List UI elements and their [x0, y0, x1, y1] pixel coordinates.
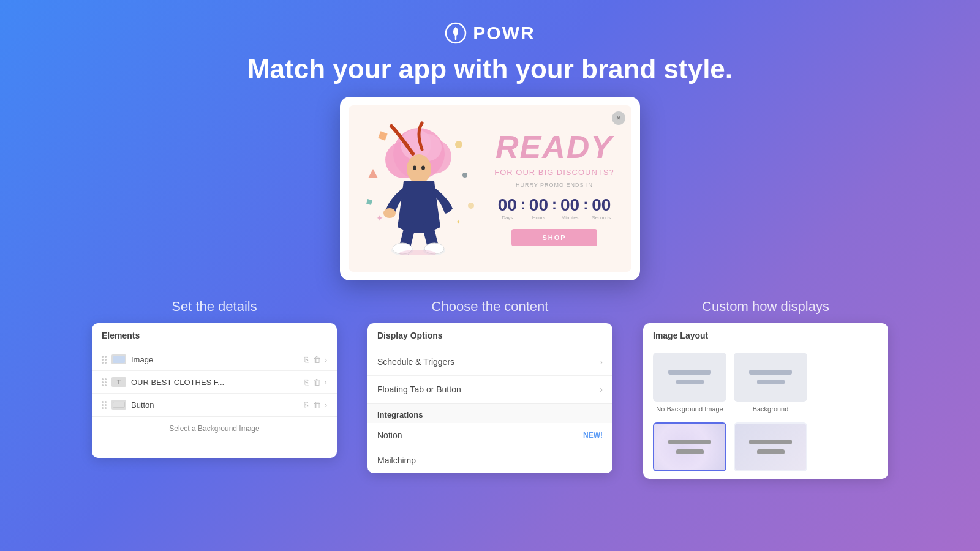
svg-text:✦: ✦ — [456, 219, 461, 225]
notion-badge: NEW! — [583, 431, 603, 440]
col-custom-display: Custom how displays Image Layout No Back… — [643, 299, 888, 479]
columns: Set the details Elements Image ⎘ 🗑 › — [92, 299, 888, 479]
layout-line5 — [668, 440, 711, 444]
svg-marker-4 — [368, 169, 378, 178]
preview-card: × — [340, 97, 640, 280]
mailchimp-label: Mailchimp — [377, 455, 416, 465]
button-icon — [111, 400, 126, 410]
chevron-icon-button[interactable]: › — [325, 400, 327, 410]
svg-rect-6 — [366, 199, 372, 205]
layout-line1 — [668, 370, 711, 375]
promo-illustration: ✦ ✦ — [361, 120, 483, 257]
promo-text-area: READY FOR OUR BIG DISCOUNTS? HURRY PROMO… — [489, 131, 619, 246]
shop-button[interactable]: SHOP — [511, 229, 597, 246]
svg-rect-2 — [378, 131, 387, 140]
count-seconds: 00 Seconds — [592, 195, 611, 220]
thumb3-lines — [749, 440, 792, 454]
delete-icon-button[interactable]: 🗑 — [313, 400, 321, 410]
layout-line4 — [757, 380, 785, 384]
svg-point-14 — [413, 166, 417, 170]
layout-thumb-alt[interactable] — [734, 422, 807, 471]
logo-row: POWR — [445, 22, 535, 44]
count-hours: 00 Hours — [529, 195, 548, 220]
svg-point-7 — [468, 203, 474, 209]
display-row-schedule[interactable]: Schedule & Triggers › — [368, 348, 612, 376]
preview-inner: × — [349, 105, 631, 272]
svg-point-3 — [455, 141, 462, 148]
layout-line7 — [749, 440, 792, 444]
layout-line2 — [676, 380, 704, 384]
no-bg-label: No Background Image — [656, 405, 723, 413]
integrations-header: Integrations — [368, 403, 612, 423]
elements-header: Elements — [92, 323, 337, 348]
drag-handle-text[interactable] — [102, 378, 107, 386]
drag-handle-button[interactable] — [102, 401, 107, 409]
integration-row-mailchimp[interactable]: Mailchimp — [368, 448, 612, 473]
svg-point-15 — [421, 166, 425, 170]
element-actions-button: ⎘ 🗑 › — [304, 400, 327, 410]
copy-icon-button[interactable]: ⎘ — [304, 400, 309, 410]
layout-option-bg[interactable]: Background — [734, 353, 807, 413]
powr-logo-icon — [445, 22, 467, 44]
svg-point-5 — [462, 173, 467, 178]
element-row-button[interactable]: Button ⎘ 🗑 › — [92, 394, 337, 416]
chevron-schedule[interactable]: › — [600, 357, 603, 367]
image-layout-header: Image Layout — [643, 323, 888, 348]
col-choose-content: Choose the content Display Options Sched… — [368, 299, 612, 479]
layout-thumb-selected[interactable] — [653, 422, 726, 471]
layout-line8 — [757, 449, 785, 454]
count-days: 00 Days — [498, 195, 517, 220]
display-row-floating[interactable]: Floating Tab or Button › — [368, 376, 612, 403]
chevron-icon-text[interactable]: › — [325, 378, 327, 387]
select-bg-text[interactable]: Select a Background Image — [92, 416, 337, 440]
text-icon: T — [111, 377, 126, 387]
schedule-triggers-label: Schedule & Triggers — [377, 357, 454, 367]
svg-point-16 — [383, 208, 396, 218]
bg-label: Background — [753, 405, 789, 413]
discount-text: FOR OUR BIG DISCOUNTS? — [494, 168, 614, 177]
chevron-icon-image[interactable]: › — [325, 355, 327, 364]
layout-option-no-bg[interactable]: No Background Image — [653, 353, 726, 413]
logo-text: POWR — [473, 23, 535, 43]
layout-thumb-no-bg[interactable] — [653, 353, 726, 402]
image-icon — [111, 354, 126, 364]
notion-label: Notion — [377, 430, 402, 440]
chevron-floating[interactable]: › — [600, 384, 603, 394]
thumb2-lines — [668, 440, 711, 454]
element-name-text: OUR BEST CLOTHES F... — [131, 378, 300, 387]
countdown: 00 Days : 00 Hours : 00 Minutes : 00 Sec… — [498, 195, 611, 220]
display-options-header: Display Options — [368, 323, 612, 348]
svg-text:✦: ✦ — [376, 213, 383, 223]
element-row-image[interactable]: Image ⎘ 🗑 › — [92, 348, 337, 371]
drag-handle-image[interactable] — [102, 356, 107, 364]
sep2: : — [552, 196, 557, 213]
layout-thumb-bg[interactable] — [734, 353, 807, 402]
headline: Match your app with your brand style. — [247, 54, 733, 84]
copy-icon-text[interactable]: ⎘ — [304, 378, 309, 387]
layout-options-row2 — [643, 420, 888, 479]
elements-panel: Elements Image ⎘ 🗑 › — [92, 323, 337, 458]
image-layout-panel: Image Layout No Background Image Backgro… — [643, 323, 888, 479]
ready-text: READY — [496, 131, 613, 163]
integration-row-notion[interactable]: Notion NEW! — [368, 423, 612, 448]
delete-icon-text[interactable]: 🗑 — [313, 378, 321, 387]
floating-tab-label: Floating Tab or Button — [377, 384, 461, 394]
layout-line3 — [749, 370, 792, 375]
count-minutes: 00 Minutes — [560, 195, 579, 220]
sep1: : — [521, 196, 526, 213]
header: POWR Match your app with your brand styl… — [247, 0, 733, 84]
close-button[interactable]: × — [612, 111, 625, 125]
layout-options-row1: No Background Image Background — [643, 348, 888, 420]
col2-title: Choose the content — [432, 299, 549, 315]
element-name-image: Image — [131, 355, 300, 364]
copy-icon[interactable]: ⎘ — [304, 355, 309, 364]
element-row-text[interactable]: T OUR BEST CLOTHES F... ⎘ 🗑 › — [92, 371, 337, 394]
col3-title: Custom how displays — [702, 299, 829, 315]
layout-line6 — [676, 449, 704, 454]
svg-point-13 — [407, 154, 431, 184]
element-name-button: Button — [131, 400, 300, 410]
delete-icon[interactable]: 🗑 — [313, 355, 321, 364]
sep3: : — [583, 196, 588, 213]
element-actions-text: ⎘ 🗑 › — [304, 378, 327, 387]
hurry-text: HURRY PROMO ENDS IN — [516, 182, 593, 188]
